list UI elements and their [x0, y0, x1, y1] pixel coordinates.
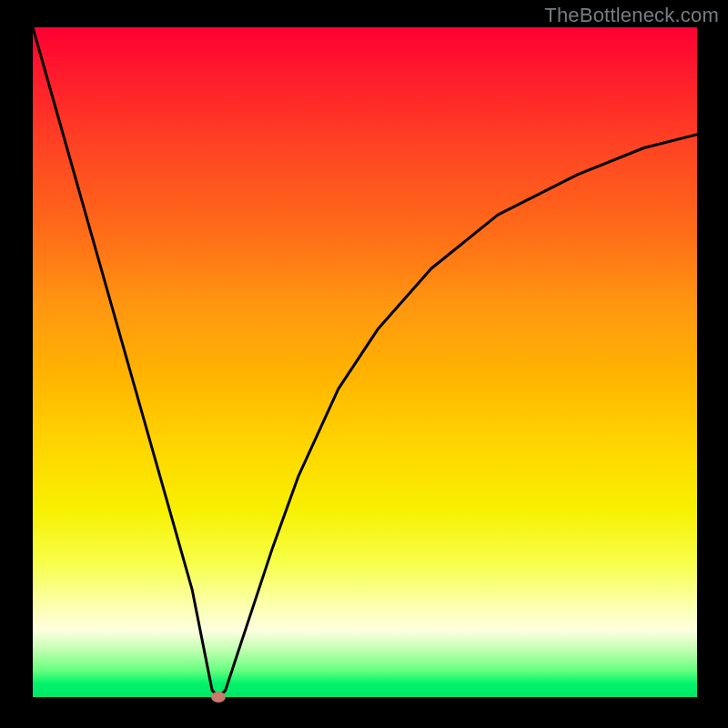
min-marker [211, 692, 226, 703]
curve-path [33, 27, 697, 697]
attribution-text: TheBottleneck.com [544, 4, 719, 27]
plot-area [33, 27, 697, 697]
chart-container: TheBottleneck.com [0, 0, 728, 728]
bottleneck-curve [33, 27, 697, 697]
